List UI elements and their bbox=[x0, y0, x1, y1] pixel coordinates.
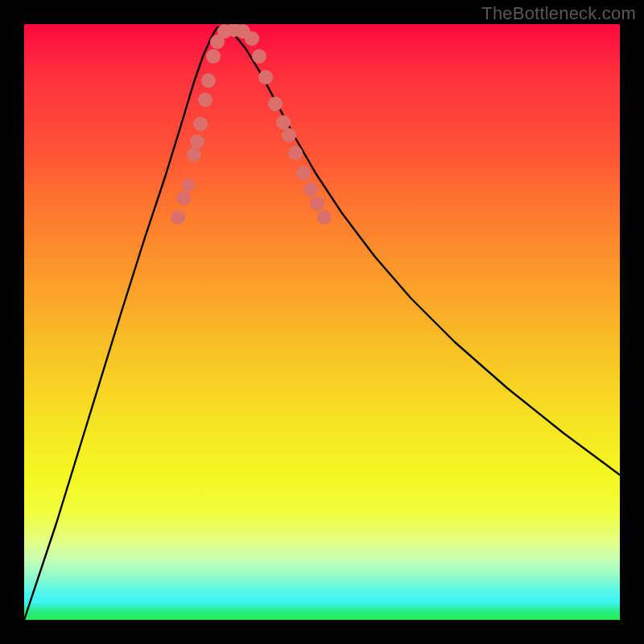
curve-marker bbox=[276, 115, 291, 130]
watermark-text: TheBottleneck.com bbox=[481, 3, 636, 24]
curve-marker bbox=[206, 49, 221, 64]
chart-svg bbox=[24, 24, 620, 620]
curve-marker bbox=[296, 166, 311, 180]
chart-stage: TheBottleneck.com bbox=[0, 0, 644, 644]
bottleneck-curve bbox=[24, 27, 620, 620]
curve-marker bbox=[176, 191, 191, 205]
curve-markers bbox=[171, 24, 332, 225]
curve-marker bbox=[187, 147, 201, 162]
curve-marker bbox=[171, 210, 185, 225]
curve-marker bbox=[303, 182, 318, 196]
curve-marker bbox=[252, 49, 266, 64]
curve-marker bbox=[190, 134, 204, 149]
curve-marker bbox=[193, 117, 208, 131]
curve-marker bbox=[258, 70, 273, 85]
curve-marker bbox=[182, 179, 195, 192]
curve-marker bbox=[245, 31, 259, 46]
curve-marker bbox=[288, 146, 303, 160]
curve-marker bbox=[282, 128, 296, 142]
curve-marker bbox=[268, 97, 283, 111]
curve-marker bbox=[198, 93, 213, 107]
curve-marker bbox=[310, 196, 324, 211]
curve-marker bbox=[201, 73, 216, 88]
curve-marker bbox=[317, 210, 332, 225]
